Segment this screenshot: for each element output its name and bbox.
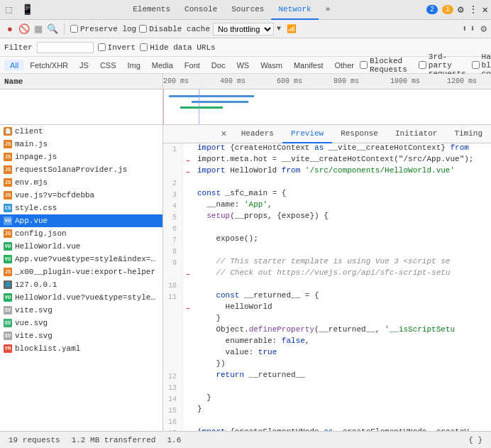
file-item[interactable]: JSrequestSolanaProvider.js (0, 163, 162, 176)
code-line: 9 // This starter template is using Vue … (163, 257, 491, 268)
tab-console[interactable]: Console (177, 0, 224, 20)
file-item[interactable]: SVvite.svg (0, 329, 162, 342)
type-wasm[interactable]: Wasm (255, 60, 288, 71)
type-media[interactable]: Media (146, 60, 179, 71)
throttle-select[interactable]: No throttling (213, 23, 274, 35)
line-code: } (193, 405, 202, 416)
tick-1000: 1000 ms (390, 77, 420, 85)
file-name-label: env.mjs (15, 178, 48, 187)
file-item[interactable]: VUHelloWorld.vue?vue&type=style&in... (0, 291, 162, 304)
file-item[interactable]: VUHelloWorld.vue (0, 240, 162, 253)
export-icon[interactable]: ⬇ (470, 23, 475, 34)
hide-data-urls-label[interactable]: Hide data URLs (140, 43, 215, 52)
file-item[interactable]: YMblocklist.yaml (0, 342, 162, 355)
has-blocked-checkbox[interactable] (472, 61, 480, 69)
code-line: 12 return __returned__ (163, 371, 491, 382)
stop-button[interactable]: 🚫 (18, 23, 30, 35)
file-item[interactable]: JSinpage.js (0, 151, 162, 163)
tab-elements[interactable]: Elements (126, 0, 177, 20)
file-item[interactable]: VUApp.vue (0, 214, 162, 227)
warning-badge: 1 (442, 5, 453, 14)
file-item[interactable]: JSconfig.json (0, 227, 162, 240)
waterfall-right (163, 89, 491, 124)
file-item[interactable]: SVvite.svg (0, 304, 162, 317)
waterfall-left (0, 89, 163, 125)
undock-icon[interactable]: ✕ (482, 4, 488, 16)
type-doc[interactable]: Doc (206, 60, 231, 71)
tab-sources[interactable]: Sources (224, 0, 271, 20)
overflow-icon[interactable]: ⋮ (468, 4, 478, 16)
filter-button[interactable]: ▦ (33, 23, 44, 35)
file-name-label: main.js (15, 140, 48, 148)
file-type-icon: SV (3, 305, 13, 315)
file-item[interactable]: CSstyle.css (0, 202, 162, 214)
panel-tab-headers[interactable]: Headers (233, 125, 282, 143)
tab-more[interactable]: » (319, 0, 338, 20)
invert-checkbox[interactable] (98, 43, 106, 51)
device-icon[interactable]: 📱 (18, 2, 36, 17)
record-button[interactable]: ● (4, 23, 16, 35)
preserve-log-checkbox[interactable] (70, 25, 78, 33)
code-line: – // Check out https://vuejs.org/api/sfc… (163, 268, 491, 280)
line-number: 17 (163, 427, 183, 431)
line-diff (183, 246, 193, 257)
code-line: 2 (163, 177, 491, 189)
main-area: 📄clientJSmain.jsJSinpage.jsJSrequestSola… (0, 125, 491, 431)
line-code: import {createElementVNode as _createEle… (193, 427, 469, 431)
panel-tab-timing[interactable]: Timing (446, 125, 491, 143)
file-item[interactable]: 🌐127.0.0.1 (0, 278, 162, 291)
type-js[interactable]: JS (74, 60, 94, 71)
line-number: 4 (163, 200, 183, 212)
code-line: 6 (163, 223, 491, 234)
line-diff (183, 337, 193, 348)
file-item[interactable]: JSmain.js (0, 138, 162, 151)
import-icon[interactable]: ⬆ (462, 23, 467, 34)
file-item[interactable]: VUApp.vue?vue&type=style&index=0... (0, 253, 162, 266)
file-item[interactable]: JSvue.js?v=bcfdebba (0, 189, 162, 202)
file-name-label: App.vue?vue&type=style&index=0... (15, 255, 160, 263)
file-item[interactable]: 📄client (0, 125, 162, 138)
line-number: 3 (163, 189, 183, 200)
panel-tab-preview[interactable]: Preview (282, 125, 332, 143)
close-panel-button[interactable]: × (215, 129, 232, 140)
panel-tab-initiator[interactable]: Initiator (387, 125, 446, 143)
line-diff (183, 280, 193, 291)
type-all[interactable]: All (4, 60, 24, 71)
blocked-requests-label[interactable]: Blocked Requests (360, 57, 407, 74)
disable-cache-label[interactable]: Disable cache (139, 25, 210, 33)
throttle-arrow[interactable]: ▼ (277, 25, 281, 33)
file-type-icon: YM (3, 344, 13, 354)
line-number (163, 337, 183, 348)
filter-input[interactable] (37, 42, 94, 53)
line-diff (183, 393, 193, 405)
type-font[interactable]: Font (179, 60, 206, 71)
preserve-log-label[interactable]: Preserve log (70, 25, 136, 33)
file-item[interactable]: SVvue.svg (0, 317, 162, 329)
code-line: 15} (163, 405, 491, 416)
inspect-icon[interactable]: ⬚ (3, 2, 14, 17)
file-list: 📄clientJSmain.jsJSinpage.jsJSrequestSola… (0, 125, 163, 431)
line-code: // Check out https://vuejs.org/api/sfc-s… (193, 268, 450, 280)
thirdparty-checkbox[interactable] (419, 61, 426, 69)
type-fetch-xhr[interactable]: Fetch/XHR (24, 60, 74, 71)
blocked-requests-checkbox[interactable] (360, 61, 368, 69)
type-ws[interactable]: WS (231, 60, 255, 71)
disable-cache-checkbox[interactable] (139, 25, 147, 33)
line-code: return __returned__ (193, 371, 305, 382)
type-img[interactable]: Img (122, 60, 146, 71)
file-item[interactable]: JSenv.mjs (0, 176, 162, 189)
line-code: import HelloWorld from '/src/components/… (193, 166, 455, 177)
type-manifest[interactable]: Manifest (288, 60, 329, 71)
settings-icon[interactable]: ⚙ (458, 4, 463, 16)
invert-label[interactable]: Invert (98, 43, 136, 52)
search-button[interactable]: 🔍 (47, 23, 58, 35)
line-number: 9 (163, 257, 183, 268)
type-other[interactable]: Other (329, 60, 360, 71)
type-css[interactable]: CSS (94, 60, 122, 71)
console-icons[interactable]: { } (465, 436, 485, 444)
panel-tab-response[interactable]: Response (332, 125, 387, 143)
file-item[interactable]: JS_x00__plugin-vue:export-helper (0, 266, 162, 278)
tab-network[interactable]: Network (271, 0, 318, 20)
gear-icon[interactable]: ⚙ (481, 23, 487, 35)
hide-data-urls-checkbox[interactable] (140, 43, 148, 51)
